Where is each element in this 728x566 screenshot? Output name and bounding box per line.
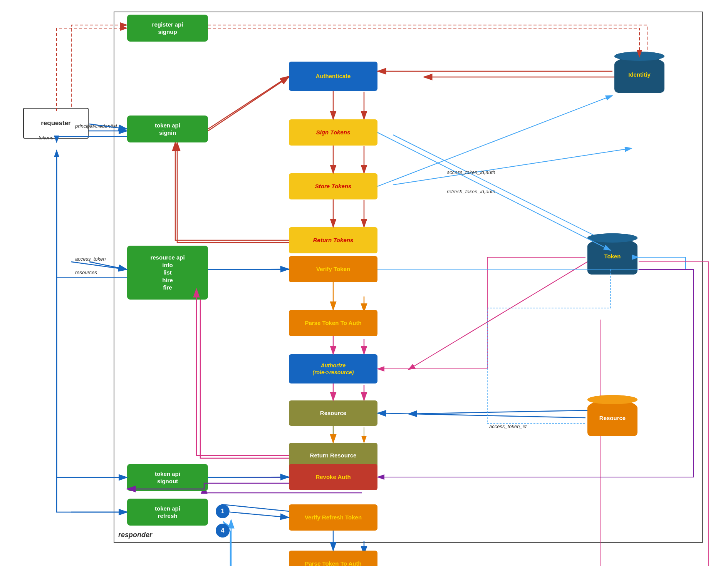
verify-token-node: Verify Token [289, 256, 377, 282]
responder-label: responder [118, 531, 152, 539]
authorize-node: Authorize (role->resource) [289, 354, 377, 383]
sign-tokens-node: Sign Tokens [289, 119, 377, 146]
token-api-signin-node: token api signin [127, 116, 208, 142]
token-api-signout-node: token api signout [127, 464, 208, 491]
verify-refresh-token-node: Verify Refresh Token [289, 504, 377, 531]
revoke-auth-1-node: Revoke Auth [289, 464, 377, 490]
principal-credential-label: principal/credential [75, 123, 117, 129]
refresh-token-id-auth-label: refresh_token_id,auth [447, 189, 495, 194]
resource-db: Resource [585, 397, 639, 439]
badge-1: 1 [216, 504, 230, 518]
token-db: Token [585, 235, 639, 277]
token-api-refresh-node: token api refresh [127, 499, 208, 526]
parse-token-auth2-node: Parse Token To Auth [289, 551, 377, 566]
diagram-container: responder [0, 0, 728, 566]
authenticate-node: Authenticate [289, 62, 377, 91]
resource-api-node: resource api info list hire fire [127, 246, 208, 300]
identity-db: Identitiy [612, 53, 666, 95]
badge-4: 4 [216, 524, 230, 538]
resources-label: resources [75, 270, 97, 275]
tokens-label: tokens [39, 135, 53, 141]
parse-token-auth-node: Parse Token To Auth [289, 310, 377, 336]
return-tokens-node: Return Tokens [289, 227, 377, 253]
store-tokens-node: Store Tokens [289, 173, 377, 199]
register-api-node: register api signup [127, 15, 208, 42]
access-token-id-label: access_token_id [489, 424, 527, 429]
resource-process-node: Resource [289, 400, 377, 426]
access-token-label: access_token [75, 256, 106, 262]
access-token-id-auth-label: access_token_id,auth [447, 169, 495, 175]
